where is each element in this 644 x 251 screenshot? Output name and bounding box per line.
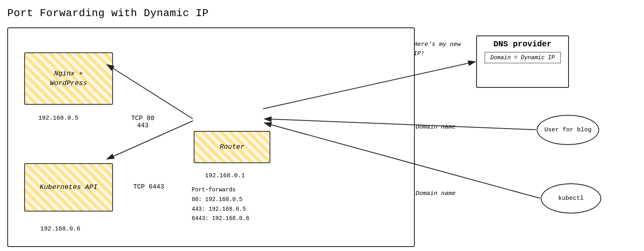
kubectl-label: kubectl bbox=[558, 195, 583, 202]
router-label: Router bbox=[220, 142, 244, 152]
tcp-top-label: TCP 80443 bbox=[131, 115, 155, 129]
dns-record: Domain = Dynamic IP bbox=[485, 52, 561, 63]
port-forward-80: 80: 192.168.0.5 bbox=[192, 195, 249, 205]
k8s-label: Kubernetes API bbox=[40, 183, 98, 192]
page-title: Port Forwarding with Dynamic IP bbox=[7, 7, 209, 19]
domain-label-top: Domain name bbox=[416, 124, 456, 131]
kubectl-ellipse: kubectl bbox=[541, 183, 601, 214]
main-diagram-box: Nginx + WordPress 192.168.0.5 Kubernetes… bbox=[7, 27, 415, 247]
port-forward-443: 443: 192.168.0.5 bbox=[192, 205, 249, 214]
port-forwards-title: Port-forwards bbox=[192, 185, 249, 195]
user-for-blog-label: User for blog bbox=[544, 127, 592, 133]
nginx-box: Nginx + WordPress bbox=[24, 52, 113, 105]
dns-provider-box: DNS provider Domain = Dynamic IP bbox=[476, 35, 569, 88]
new-ip-text: Here's my newIP! bbox=[414, 40, 461, 58]
dns-title: DNS provider bbox=[493, 39, 552, 49]
k8s-box: Kubernetes API bbox=[24, 163, 113, 212]
k8s-ip: 192.168.0.6 bbox=[40, 226, 80, 232]
port-forwards: Port-forwards 80: 192.168.0.5 443: 192.1… bbox=[192, 185, 249, 224]
domain-label-bottom: Domain name bbox=[416, 190, 456, 197]
nginx-label: Nginx + WordPress bbox=[50, 69, 87, 88]
router-box: Router bbox=[194, 131, 270, 163]
router-ip: 192.168.0.1 bbox=[205, 172, 245, 179]
user-for-blog-ellipse: User for blog bbox=[537, 115, 599, 145]
port-forward-6443: 6443: 192.168.0.6 bbox=[192, 214, 249, 224]
nginx-ip: 192.168.0.5 bbox=[38, 115, 78, 122]
tcp-bottom-label: TCP 6443 bbox=[133, 183, 164, 191]
